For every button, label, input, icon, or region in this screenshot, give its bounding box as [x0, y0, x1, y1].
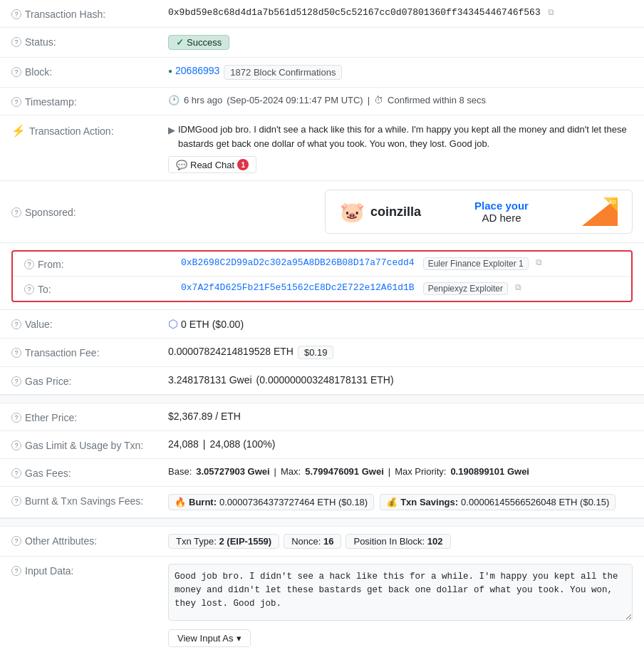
help-icon-input[interactable]: ? [11, 566, 21, 576]
gas-price-row: ? Gas Price: 3.248178131 Gwei (0.0000000… [0, 367, 644, 395]
sponsored-label: ? Sponsored: [11, 205, 168, 218]
input-data-label: ? Input Data: [11, 564, 168, 577]
coin-emoji: 🐷 [340, 200, 365, 224]
transaction-action-label: ⚡ Transaction Action: [11, 123, 168, 138]
transaction-action-row: ⚡ Transaction Action: ▶ IDMGood job bro.… [0, 115, 644, 181]
to-address-link[interactable]: 0x7A2f4D625Fb21F5e51562cE8Dc2E722e12A61d… [181, 282, 415, 293]
to-row: ? To: 0x7A2f4D625Fb21F5e51562cE8Dc2E722e… [13, 277, 631, 301]
help-icon-to[interactable]: ? [24, 284, 34, 294]
input-data-textarea[interactable] [168, 564, 633, 621]
gas-limit-value: 24,088 | 24,088 (100%) [168, 438, 633, 450]
status-value: Success [168, 35, 633, 50]
burnt-savings-content: 🔥 Burnt: 0.00007364373727464 ETH ($0.18)… [168, 494, 616, 510]
transaction-hash-label: ? Transaction Hash: [11, 7, 168, 20]
ether-price-value: $2,367.89 / ETH [168, 411, 633, 422]
status-label: ? Status: [11, 35, 168, 48]
ad-place-text: Place your AD here [474, 200, 529, 224]
burnt-badge: 🔥 Burnt: 0.00007364373727464 ETH ($0.18) [168, 494, 374, 510]
eth-diamond-icon: ⬡ [168, 317, 178, 331]
transaction-hash-row: ? Transaction Hash: 0x9bd59e8c68d4d1a7b5… [0, 0, 644, 28]
help-icon-gas-fees[interactable]: ? [11, 468, 21, 478]
help-icon-status[interactable]: ? [11, 37, 21, 47]
timestamp-content: 🕐 6 hrs ago (Sep-05-2024 09:11:47 PM UTC… [168, 95, 486, 105]
help-icon-burnt[interactable]: ? [11, 496, 21, 506]
copy-hash-icon[interactable]: ⧉ [548, 7, 554, 17]
help-icon-attributes[interactable]: ? [11, 536, 21, 546]
burnt-savings-value: 🔥 Burnt: 0.00007364373727464 ETH ($0.18)… [168, 494, 633, 510]
help-icon-gas-limit[interactable]: ? [11, 440, 21, 450]
gas-limit-label: ? Gas Limit & Usage by Txn: [11, 438, 168, 451]
from-tag-badge: Euler Finance Exploiter 1 [423, 257, 529, 270]
help-icon-block[interactable]: ? [11, 67, 21, 77]
transaction-hash-value: 0x9bd59e8c68d4d1a7b561d5128d50c5c52167cc… [168, 7, 633, 18]
transaction-fee-label: ? Transaction Fee: [11, 346, 168, 358]
help-icon-from[interactable]: ? [24, 259, 34, 269]
savings-badge: 💰 Txn Savings: 0.00006145566526048 ETH (… [380, 494, 616, 510]
action-content: ▶ IDMGood job bro. I didn't see a hack l… [168, 123, 633, 173]
other-attributes-label: ? Other Attributes: [11, 534, 168, 547]
input-data-value: View Input As ▾ [168, 564, 633, 647]
copy-from-icon[interactable]: ⧉ [536, 257, 542, 267]
ad-graphic: AD [582, 197, 618, 226]
timestamp-label: ? Timestamp: [11, 95, 168, 108]
gas-fees-row: ? Gas Fees: Base: 3.05727903 Gwei | Max:… [0, 459, 644, 487]
burnt-savings-row: ? Burnt & Txn Savings Fees: 🔥 Burnt: 0.0… [0, 487, 644, 518]
base-label: Base: [168, 466, 192, 477]
input-data-row: ? Input Data: View Input As ▾ [0, 557, 644, 650]
help-icon-timestamp[interactable]: ? [11, 97, 21, 107]
block-number-link[interactable]: 20686993 [168, 65, 219, 76]
block-value: 20686993 1872 Block Confirmations [168, 65, 633, 80]
base-value: 3.05727903 Gwei [196, 466, 269, 477]
confirmed-icon: ⏱ [374, 95, 383, 105]
fee-usd-badge: $0.19 [298, 346, 334, 359]
gas-price-label: ? Gas Price: [11, 374, 168, 387]
chat-icon: 💬 [176, 160, 187, 170]
value-content: ⬡ 0 ETH ($0.00) [168, 317, 633, 331]
sponsored-ad[interactable]: 🐷 coinzilla Place your AD here AD [325, 190, 633, 234]
ad-logo: 🐷 coinzilla [340, 200, 421, 224]
help-icon-value[interactable]: ? [11, 319, 21, 329]
max-priority-label: Max Priority: [395, 466, 446, 477]
action-text: ▶ IDMGood job bro. I didn't see a hack l… [168, 123, 633, 150]
from-label: ? From: [24, 257, 181, 270]
to-tag-badge: Penpiexyz Exploiter [423, 282, 508, 295]
gas-limit-row: ? Gas Limit & Usage by Txn: 24,088 | 24,… [0, 431, 644, 459]
gas-fees-label: ? Gas Fees: [11, 466, 168, 479]
to-value: 0x7A2f4D625Fb21F5e51562cE8Dc2E722e12A61d… [181, 282, 620, 295]
status-badge: Success [168, 35, 229, 50]
view-input-button[interactable]: View Input As ▾ [168, 629, 251, 647]
max-value: 5.799476091 Gwei [305, 466, 384, 477]
svg-text:AD: AD [609, 200, 616, 205]
value-label: ? Value: [11, 317, 168, 330]
help-icon-ether-price[interactable]: ? [11, 413, 21, 423]
from-to-section-wrapper: ? From: 0xB2698C2D99aD2c302a95A8DB26B08D… [0, 243, 644, 310]
block-row: ? Block: 20686993 1872 Block Confirmatio… [0, 58, 644, 88]
transaction-fee-row: ? Transaction Fee: 0.00007824214819528 E… [0, 339, 644, 367]
nonce-badge: Nonce: 16 [284, 534, 341, 549]
sponsored-row: ? Sponsored: 🐷 coinzilla Place your AD h… [0, 181, 644, 243]
other-attributes-value: Txn Type: 2 (EIP-1559) Nonce: 16 Positio… [168, 534, 633, 549]
section-spacer-1 [0, 395, 644, 403]
read-chat-button[interactable]: 💬 Read Chat 1 [168, 156, 256, 173]
help-icon-gas-price[interactable]: ? [11, 376, 21, 386]
section-spacer-2 [0, 518, 644, 527]
lightning-icon: ⚡ [11, 124, 26, 138]
burnt-savings-label: ? Burnt & Txn Savings Fees: [11, 494, 168, 507]
help-icon-fee[interactable]: ? [11, 348, 21, 358]
clock-icon: 🕐 [168, 95, 180, 105]
transaction-action-value: ▶ IDMGood job bro. I didn't see a hack l… [168, 123, 633, 173]
help-icon-sponsored[interactable]: ? [11, 207, 21, 217]
timestamp-value: 🕐 6 hrs ago (Sep-05-2024 09:11:47 PM UTC… [168, 95, 633, 105]
block-confirmations: 1872 Block Confirmations [224, 65, 342, 80]
other-attributes-row: ? Other Attributes: Txn Type: 2 (EIP-155… [0, 527, 644, 557]
from-value: 0xB2698C2D99aD2c302a95A8DB26B08D17a77ced… [181, 257, 620, 270]
copy-to-icon[interactable]: ⧉ [515, 282, 521, 292]
fire-emoji: 🔥 [175, 497, 186, 507]
to-label: ? To: [24, 282, 181, 295]
ether-price-label: ? Ether Price: [11, 411, 168, 423]
ether-price-row: ? Ether Price: $2,367.89 / ETH [0, 403, 644, 431]
block-label: ? Block: [11, 65, 168, 78]
from-to-section: ? From: 0xB2698C2D99aD2c302a95A8DB26B08D… [11, 250, 633, 302]
from-address-link[interactable]: 0xB2698C2D99aD2c302a95A8DB26B08D17a77ced… [181, 257, 415, 268]
help-icon-hash[interactable]: ? [11, 9, 21, 19]
